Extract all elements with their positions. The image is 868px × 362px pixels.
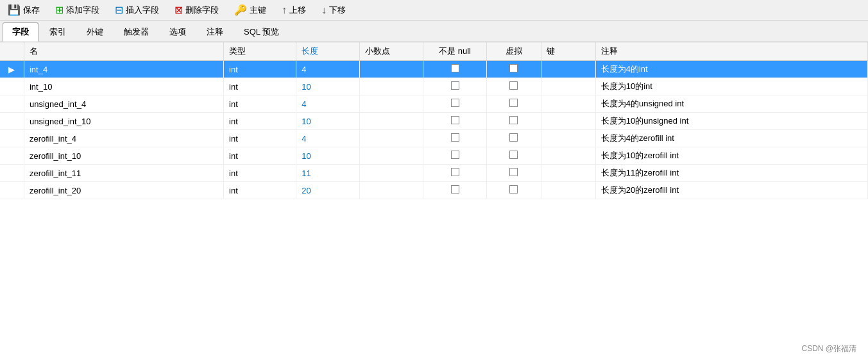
field-virtual[interactable] — [487, 78, 541, 95]
not-null-checkbox[interactable] — [451, 151, 459, 159]
field-virtual[interactable] — [487, 165, 541, 182]
table-row[interactable]: unsigned_int_10int10长度为10的unsigned int — [0, 113, 868, 130]
virtual-checkbox[interactable] — [509, 151, 518, 159]
field-type[interactable]: int — [224, 95, 296, 113]
virtual-checkbox[interactable] — [509, 185, 518, 193]
field-name[interactable]: unsigned_int_4 — [24, 95, 223, 113]
field-length[interactable]: 10 — [296, 147, 360, 165]
field-key — [541, 78, 595, 95]
not-null-checkbox[interactable] — [451, 133, 459, 142]
add-field-icon: ⊞ — [55, 4, 64, 16]
not-null-checkbox[interactable] — [451, 116, 459, 124]
field-name[interactable]: int_10 — [24, 78, 223, 95]
tab-foreign-key[interactable]: 外键 — [77, 22, 113, 42]
field-virtual[interactable] — [487, 182, 541, 199]
tab-trigger[interactable]: 触发器 — [114, 22, 158, 42]
field-virtual[interactable] — [487, 61, 541, 78]
row-indicator: ▶ — [0, 61, 24, 78]
add-field-button[interactable]: ⊞ 添加字段 — [53, 3, 102, 17]
tab-sql-preview[interactable]: SQL 预览 — [234, 22, 289, 42]
table-row[interactable]: zerofill_int_11int11长度为11的zerofill int — [0, 165, 868, 182]
field-length[interactable]: 20 — [296, 182, 360, 199]
table-row[interactable]: zerofill_int_4int4长度为4的zerofill int — [0, 130, 868, 147]
field-key — [541, 113, 595, 130]
field-key — [541, 61, 595, 78]
row-indicator — [0, 78, 24, 95]
col-header-comment: 注释 — [595, 42, 867, 61]
delete-field-button[interactable]: ⊠ 删除字段 — [172, 3, 221, 17]
field-name[interactable]: zerofill_int_10 — [24, 147, 223, 165]
field-name[interactable]: zerofill_int_20 — [24, 182, 223, 199]
field-name[interactable]: zerofill_int_11 — [24, 165, 223, 182]
field-type[interactable]: int — [224, 113, 296, 130]
field-name[interactable]: zerofill_int_4 — [24, 130, 223, 147]
not-null-checkbox[interactable] — [451, 99, 459, 107]
tab-options[interactable]: 选项 — [160, 22, 196, 42]
field-virtual[interactable] — [487, 95, 541, 113]
field-name[interactable]: int_4 — [24, 61, 223, 78]
not-null-checkbox[interactable] — [451, 81, 459, 90]
field-length[interactable]: 10 — [296, 113, 360, 130]
virtual-checkbox[interactable] — [509, 133, 518, 142]
save-button[interactable]: 💾 保存 — [5, 3, 42, 17]
field-virtual[interactable] — [487, 147, 541, 165]
tab-index[interactable]: 索引 — [40, 22, 76, 42]
table-row[interactable]: zerofill_int_20int20长度为20的zerofill int — [0, 182, 868, 199]
field-not-null[interactable] — [423, 95, 487, 113]
table-row[interactable]: zerofill_int_10int10长度为10的zerofill int — [0, 147, 868, 165]
insert-field-label: 插入字段 — [126, 4, 159, 16]
virtual-checkbox[interactable] — [509, 81, 518, 90]
insert-field-button[interactable]: ⊟ 插入字段 — [112, 3, 162, 17]
col-header-decimal: 小数点 — [360, 42, 423, 61]
table-row[interactable]: unsigned_int_4int4长度为4的unsigned int — [0, 95, 868, 113]
field-type[interactable]: int — [224, 182, 296, 199]
not-null-checkbox[interactable] — [451, 64, 459, 72]
field-not-null[interactable] — [423, 78, 487, 95]
field-length[interactable]: 4 — [296, 61, 360, 78]
toolbar: 💾 保存 ⊞ 添加字段 ⊟ 插入字段 ⊠ 删除字段 🔑 主键 ↑ 上移 ↓ 下移 — [0, 0, 868, 21]
virtual-checkbox[interactable] — [509, 64, 518, 72]
table-row[interactable]: ▶int_4int4长度为4的int — [0, 61, 868, 78]
tab-comment[interactable]: 注释 — [197, 22, 233, 42]
field-decimal — [360, 61, 423, 78]
field-decimal — [360, 95, 423, 113]
field-key — [541, 130, 595, 147]
field-not-null[interactable] — [423, 113, 487, 130]
not-null-checkbox[interactable] — [451, 168, 459, 176]
move-up-label: 上移 — [289, 4, 306, 16]
field-not-null[interactable] — [423, 61, 487, 78]
field-type[interactable]: int — [224, 130, 296, 147]
not-null-checkbox[interactable] — [451, 185, 459, 193]
field-length[interactable]: 11 — [296, 165, 360, 182]
field-key — [541, 147, 595, 165]
virtual-checkbox[interactable] — [509, 99, 518, 107]
field-length[interactable]: 4 — [296, 130, 360, 147]
field-name[interactable]: unsigned_int_10 — [24, 113, 223, 130]
field-virtual[interactable] — [487, 130, 541, 147]
move-down-button[interactable]: ↓ 下移 — [319, 3, 348, 17]
field-comment: 长度为10的int — [595, 78, 867, 95]
field-not-null[interactable] — [423, 182, 487, 199]
field-type[interactable]: int — [224, 147, 296, 165]
field-type[interactable]: int — [224, 61, 296, 78]
field-length[interactable]: 10 — [296, 78, 360, 95]
tab-fields[interactable]: 字段 — [3, 22, 38, 42]
primary-key-label: 主键 — [250, 4, 266, 16]
virtual-checkbox[interactable] — [509, 168, 518, 176]
table-body: ▶int_4int4长度为4的intint_10int10长度为10的intun… — [0, 61, 868, 199]
fields-table-container: 名 类型 长度 小数点 不是 null 虚拟 键 注释 ▶int_4int4长度… — [0, 42, 868, 362]
field-not-null[interactable] — [423, 130, 487, 147]
field-type[interactable]: int — [224, 78, 296, 95]
primary-key-button[interactable]: 🔑 主键 — [232, 3, 269, 17]
field-not-null[interactable] — [423, 165, 487, 182]
table-row[interactable]: int_10int10长度为10的int — [0, 78, 868, 95]
field-not-null[interactable] — [423, 147, 487, 165]
field-virtual[interactable] — [487, 113, 541, 130]
virtual-checkbox[interactable] — [509, 116, 518, 124]
move-up-button[interactable]: ↑ 上移 — [279, 3, 309, 17]
row-indicator — [0, 165, 24, 182]
field-comment: 长度为20的zerofill int — [595, 182, 867, 199]
field-key — [541, 95, 595, 113]
field-type[interactable]: int — [224, 165, 296, 182]
field-length[interactable]: 4 — [296, 95, 360, 113]
